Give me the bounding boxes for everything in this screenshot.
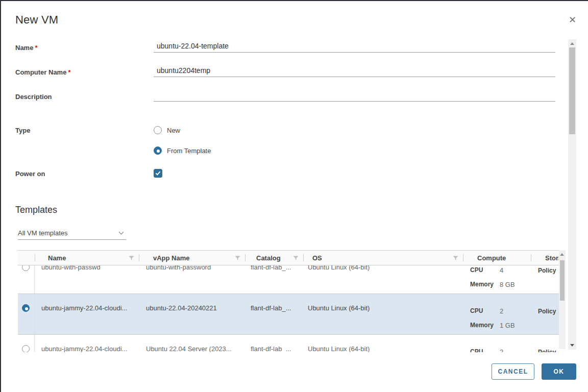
new-vm-dialog: New VM ✕ Name* ubuntu-22.04-template Com… [0,0,588,392]
table-body: ubuntu-with-passwd ubuntu-with-password … [18,265,559,352]
filter-icon[interactable] [235,255,240,261]
type-radio-new[interactable]: New [154,126,180,134]
header-radio-column [18,251,35,265]
cell-name: ubuntu-jammy-22.04-cloudi... [35,294,139,334]
cell-storage: Policy [531,265,559,293]
cell-vapp-name: ubuntu-with-password [139,265,245,293]
power-on-checkbox[interactable] [154,169,162,178]
header-os[interactable]: OS [303,251,463,265]
scroll-up-icon[interactable] [560,253,564,256]
column-divider [139,254,139,261]
cell-compute: CPU4 Memory8 GB [463,265,531,293]
dialog-scrollbar-thumb[interactable] [569,47,575,134]
column-divider [303,254,304,261]
description-input[interactable] [154,91,555,102]
dialog-title: New VM [15,13,58,27]
template-filter-select[interactable]: All VM templates [18,228,126,240]
scroll-up-icon[interactable] [570,42,574,45]
template-row-selected[interactable]: ubuntu-jammy-22.04-cloudi... ubuntu-22.0… [18,294,559,335]
cell-catalog: flant-df-lab_... [245,335,303,352]
check-icon [156,170,161,175]
name-input[interactable]: ubuntu-22.04-template [154,42,555,53]
power-on-label: Power on [15,170,45,178]
table-scrollbar-thumb[interactable] [560,260,565,301]
cell-storage: Policy [531,335,559,352]
template-row[interactable]: ubuntu-jammy-22.04-cloudi... Ubuntu 22.0… [18,335,559,352]
column-divider [531,254,531,261]
cell-storage: Policy [531,294,559,334]
radio-off-icon[interactable] [22,265,30,271]
required-asterisk: * [35,44,37,52]
cell-compute: CPU2 Memory1 GB [463,294,531,334]
table-scrollbar[interactable] [559,250,566,349]
column-divider [35,254,35,261]
filter-icon[interactable] [293,255,299,261]
radio-on-icon[interactable] [154,146,162,155]
template-filter-value: All VM templates [18,229,68,237]
header-vapp-name[interactable]: vApp Name [139,251,245,265]
cell-os: Ubuntu Linux (64-bit) [303,335,463,352]
cell-os: Ubuntu Linux (64-bit) [303,294,463,334]
dialog-scrollbar[interactable] [568,39,576,350]
ok-button[interactable]: OK [542,363,576,380]
filter-icon[interactable] [453,255,458,261]
column-divider [245,254,246,261]
radio-on-icon[interactable] [22,304,30,312]
cell-name: ubuntu-with-passwd [35,265,139,293]
type-radio-new-label: New [167,127,180,134]
computer-name-label: Computer Name* [15,68,70,76]
table-header: Name vApp Name Catalog OS [18,250,559,265]
cell-os: Ubuntu Linux (64-bit) [303,265,463,293]
radio-off-icon[interactable] [154,126,162,134]
cell-catalog: flant-df-lab_... [245,294,303,334]
name-label: Name* [15,44,37,52]
templates-table: Name vApp Name Catalog OS [18,250,566,352]
radio-off-icon[interactable] [22,345,30,352]
close-icon[interactable]: ✕ [569,15,576,24]
type-radio-from-template-label: From Template [167,147,211,155]
template-row[interactable]: ubuntu-with-passwd ubuntu-with-password … [18,265,559,294]
required-asterisk: * [68,68,70,76]
computer-name-input[interactable]: ubuntu2204temp [154,66,555,77]
header-name[interactable]: Name [35,251,139,265]
cancel-button[interactable]: CANCEL [492,363,534,380]
scroll-down-icon[interactable] [570,344,574,347]
column-divider [463,254,463,261]
type-radio-from-template[interactable]: From Template [154,146,211,155]
header-catalog[interactable]: Catalog [245,251,303,265]
templates-heading: Templates [15,205,57,215]
chevron-down-icon [119,230,124,235]
header-storage: Storage [531,251,559,265]
filter-icon[interactable] [129,255,134,261]
cell-name: ubuntu-jammy-22.04-cloudi... [35,335,139,352]
header-compute: Compute [463,251,531,265]
cell-vapp-name: Ubuntu 22.04 Server (2023... [139,335,245,352]
cell-vapp-name: ubuntu-22.04-20240221 [139,294,245,334]
description-label: Description [15,93,52,101]
cell-compute: CPU2 Memory [463,335,531,352]
type-label: Type [15,127,30,134]
cell-catalog: flant-df-lab_... [245,265,303,293]
